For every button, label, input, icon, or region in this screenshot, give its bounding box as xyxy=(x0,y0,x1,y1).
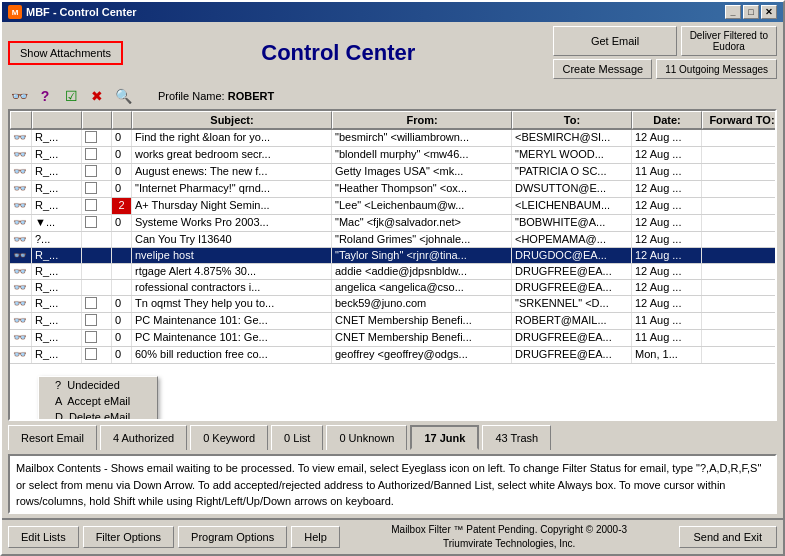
row-date: 12 Aug ... xyxy=(632,130,702,146)
filter-options-button[interactable]: Filter Options xyxy=(83,526,174,548)
row-date: 12 Aug ... xyxy=(632,215,702,231)
row-checkbox[interactable] xyxy=(82,130,112,146)
row-fwd xyxy=(702,164,775,180)
row-checkbox[interactable] xyxy=(82,280,112,295)
row-date: 12 Aug ... xyxy=(632,264,702,279)
send-and-exit-button[interactable]: Send and Exit xyxy=(679,526,778,548)
context-menu: ? Undecided A Accept eMail D Delete eMai… xyxy=(38,376,158,421)
row-checkbox[interactable] xyxy=(82,181,112,197)
xmark-icon-btn[interactable]: ✖ xyxy=(86,85,108,107)
row-glasses-icon: 👓 xyxy=(10,147,32,163)
row-from: "besmirch" <williambrown... xyxy=(332,130,512,146)
row-checkbox[interactable] xyxy=(82,232,112,247)
info-text: Mailbox Contents - Shows email waiting t… xyxy=(16,462,761,507)
row-fwd xyxy=(702,215,775,231)
row-checkbox[interactable] xyxy=(82,264,112,279)
row-count: 0 xyxy=(112,215,132,231)
table-row[interactable]: 👓 ▼... 0 Systeme Works Pro 2003... "Mac"… xyxy=(10,215,775,232)
table-row[interactable]: 👓 R_... 0 works great bedroom secr... "b… xyxy=(10,147,775,164)
table-row[interactable]: 👓 R_... rtgage Alert 4.875% 30... addie … xyxy=(10,264,775,280)
row-from: addie <addie@jdpsnbldw... xyxy=(332,264,512,279)
row-fwd xyxy=(702,248,775,263)
table-row[interactable]: 👓 R_... 0 60% bill reduction free co... … xyxy=(10,347,775,364)
row-checkbox[interactable] xyxy=(82,198,112,214)
row-subject: rofessional contractors i... xyxy=(132,280,332,295)
row-fwd xyxy=(702,280,775,295)
row-from: "Heather Thompson" <ox... xyxy=(332,181,512,197)
tab-keyword[interactable]: 0 Keyword xyxy=(190,425,268,450)
tab-trash[interactable]: 43 Trash xyxy=(482,425,551,450)
row-date: 11 Aug ... xyxy=(632,330,702,346)
row-glasses-icon: 👓 xyxy=(10,215,32,231)
row-to: "BOBWHITE@A... xyxy=(512,215,632,231)
help-button[interactable]: Help xyxy=(291,526,340,548)
row-fwd xyxy=(702,296,775,312)
close-button[interactable]: ✕ xyxy=(761,5,777,19)
row-checkbox[interactable] xyxy=(82,164,112,180)
row-to: "MERYL WOOD... xyxy=(512,147,632,163)
minimize-button[interactable]: _ xyxy=(725,5,741,19)
context-delete[interactable]: D Delete eMail xyxy=(39,409,157,421)
table-row[interactable]: 👓 R_... 0 August enews: The new f... Get… xyxy=(10,164,775,181)
question-icon-btn[interactable]: ? xyxy=(34,85,56,107)
checkmark-icon-btn[interactable]: ☑ xyxy=(60,85,82,107)
row-checkbox[interactable] xyxy=(82,330,112,346)
table-row[interactable]: 👓 R_... 0 "Internet Pharmacy!" qrnd... "… xyxy=(10,181,775,198)
row-count xyxy=(112,248,132,263)
row-fwd xyxy=(702,313,775,329)
row-date: 12 Aug ... xyxy=(632,232,702,247)
tab-list[interactable]: 0 List xyxy=(271,425,323,450)
get-email-button[interactable]: Get Email xyxy=(553,26,676,56)
create-message-button[interactable]: Create Message xyxy=(553,59,652,79)
tab-unknown[interactable]: 0 Unknown xyxy=(326,425,407,450)
row-glasses-icon: 👓 xyxy=(10,198,32,214)
row-date: 12 Aug ... xyxy=(632,296,702,312)
table-row[interactable]: 👓 R_... 0 Find the right &loan for yo...… xyxy=(10,130,775,147)
row-code: R_... xyxy=(32,347,82,363)
row-code: ▼... xyxy=(32,215,82,231)
row-fwd xyxy=(702,130,775,146)
table-row[interactable]: 👓 R_... 0 Tn oqmst They help you to... b… xyxy=(10,296,775,313)
row-count: 0 xyxy=(112,347,132,363)
col-to: To: xyxy=(512,111,632,129)
row-code: R_... xyxy=(32,164,82,180)
row-checkbox[interactable] xyxy=(82,347,112,363)
program-options-button[interactable]: Program Options xyxy=(178,526,287,548)
table-row[interactable]: 👓 R_... rofessional contractors i... ang… xyxy=(10,280,775,296)
window-controls: _ □ ✕ xyxy=(725,5,777,19)
row-glasses-icon: 👓 xyxy=(10,296,32,312)
table-row[interactable]: 👓 R_... 0 PC Maintenance 101: Ge... CNET… xyxy=(10,313,775,330)
table-row[interactable]: 👓 R_... 2 A+ Thursday Night Semin... "Le… xyxy=(10,198,775,215)
tab-junk[interactable]: 17 Junk xyxy=(410,425,479,450)
row-checkbox[interactable] xyxy=(82,215,112,231)
show-attachments-button[interactable]: Show Attachments xyxy=(8,41,123,65)
question-icon: ? xyxy=(41,88,50,104)
tab-authorized[interactable]: 4 Authorized xyxy=(100,425,187,450)
col-icon xyxy=(10,111,32,129)
search-icon-btn[interactable]: 🔍 xyxy=(112,85,134,107)
context-accept[interactable]: A Accept eMail xyxy=(39,393,157,409)
row-glasses-icon: 👓 xyxy=(10,347,32,363)
row-checkbox[interactable] xyxy=(82,147,112,163)
row-count: 0 xyxy=(112,164,132,180)
row-date: 12 Aug ... xyxy=(632,147,702,163)
copyright-info: Mailbox Filter ™ Patent Pending. Copyrig… xyxy=(344,523,675,551)
table-row[interactable]: 👓 R_... nvelipe host "Taylor Singh" <rjn… xyxy=(10,248,775,264)
row-checkbox[interactable] xyxy=(82,313,112,329)
tab-resort-email[interactable]: Resort Email xyxy=(8,425,97,450)
row-fwd xyxy=(702,198,775,214)
edit-lists-button[interactable]: Edit Lists xyxy=(8,526,79,548)
row-from: "Lee" <Leichenbaum@w... xyxy=(332,198,512,214)
row-count: 0 xyxy=(112,130,132,146)
maximize-button[interactable]: □ xyxy=(743,5,759,19)
row-checkbox[interactable] xyxy=(82,248,112,263)
row-subject: Systeme Works Pro 2003... xyxy=(132,215,332,231)
table-row[interactable]: 👓 R_... 0 PC Maintenance 101: Ge... CNET… xyxy=(10,330,775,347)
glasses-icon-btn[interactable]: 👓 xyxy=(8,85,30,107)
table-row[interactable]: 👓 ?... Can You Try I13640 "Roland Grimes… xyxy=(10,232,775,248)
outgoing-messages-button[interactable]: 11 Outgoing Messages xyxy=(656,59,777,79)
row-checkbox[interactable] xyxy=(82,296,112,312)
deliver-filtered-button[interactable]: Deliver Filtered to Eudora xyxy=(681,26,777,56)
profile-name: ROBERT xyxy=(228,90,274,102)
context-undecided[interactable]: ? Undecided xyxy=(39,377,157,393)
